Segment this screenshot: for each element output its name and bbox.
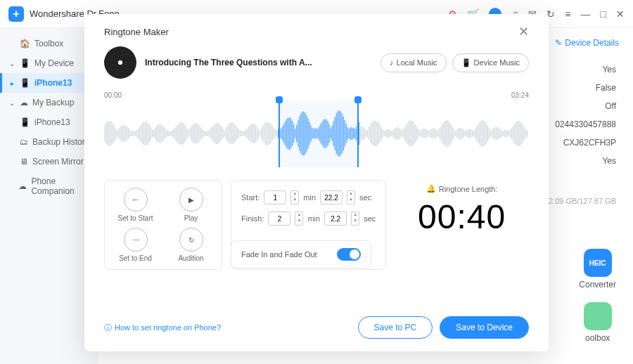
end-flag-icon: ⟞	[124, 228, 148, 252]
finish-sec-input[interactable]	[324, 212, 347, 226]
toolbox-icon	[584, 302, 612, 330]
sidebar-item-screenmirror[interactable]: 🖥 Screen Mirror	[0, 152, 98, 171]
save-to-device-button[interactable]: Save to Device	[440, 316, 529, 339]
finish-min-stepper[interactable]: ▲▼	[295, 212, 303, 226]
fade-label: Fade In and Fade Out	[241, 250, 317, 259]
finish-sec-stepper[interactable]: ▲▼	[351, 212, 359, 226]
sidebar: 🏠 Toolbox ⌄📱 My Device ▸📱 iPhone13 ⌄☁ My…	[0, 28, 98, 364]
maximize-icon[interactable]: □	[601, 8, 606, 20]
audition-button[interactable]: ↻Audition	[170, 228, 212, 262]
length-panel: 🔔 Ringtone Length: 00:40	[395, 180, 529, 270]
sidebar-item-phonecompanion[interactable]: ☁ Phone Companion	[0, 171, 98, 201]
start-sec-input[interactable]	[320, 190, 343, 204]
bell-icon: 🔔	[426, 184, 436, 193]
waveform[interactable]	[104, 100, 529, 167]
fade-panel: Fade In and Fade Out	[231, 240, 371, 268]
audition-icon: ↻	[179, 228, 203, 252]
device-music-button[interactable]: 📱 Device Music	[452, 53, 529, 72]
sidebar-item-mydevice[interactable]: ⌄📱 My Device	[0, 53, 98, 73]
device-details-link[interactable]: ✎ Device Details	[555, 38, 619, 48]
ringtone-modal: Ringtone Maker ✕ Introducing The Three Q…	[84, 14, 549, 351]
set-to-end-button[interactable]: ⟞Set to End	[115, 228, 156, 262]
finish-label: Finish:	[241, 214, 264, 223]
set-to-start-button[interactable]: ⟜Set to Start	[115, 188, 156, 222]
minimize-icon[interactable]: —	[581, 8, 591, 20]
start-min-stepper[interactable]: ▲▼	[290, 190, 299, 204]
app-logo: +	[8, 6, 24, 22]
storage-text: 32.09 GB/127.87 GB	[544, 197, 616, 205]
heic-icon: HEIC	[584, 249, 612, 277]
help-link[interactable]: ⓘ How to set ringtone on Phone?	[104, 323, 221, 333]
save-to-pc-button[interactable]: Save to PC	[358, 316, 433, 339]
action-panel: ⟜Set to Start ▶Play ⟞Set to End ↻Auditio…	[104, 180, 222, 270]
sidebar-item-backup-history[interactable]: 🗂 Backup History	[0, 132, 98, 152]
start-sec-stepper[interactable]: ▲▼	[347, 190, 355, 204]
selection-range[interactable]	[279, 100, 359, 167]
start-flag-icon: ⟜	[124, 188, 148, 212]
track-title: Introducing The Three Questions with A..…	[145, 58, 312, 67]
finish-min-input[interactable]	[268, 212, 290, 226]
sidebar-item-toolbox[interactable]: 🏠 Toolbox	[0, 34, 98, 53]
tool-shortcuts: HEICConverter oolbox	[579, 249, 616, 343]
start-label: Start:	[241, 193, 260, 202]
time-start: 00:00	[104, 91, 122, 99]
device-info: YesFalseOff 0244330457888CXJ62CFH3PYes	[555, 60, 616, 170]
fade-toggle[interactable]	[337, 248, 361, 261]
sidebar-item-mybackup[interactable]: ⌄☁ My Backup	[0, 93, 98, 112]
time-end: 03:24	[511, 91, 529, 99]
close-window-icon[interactable]: ✕	[616, 8, 625, 20]
close-icon[interactable]: ✕	[518, 24, 529, 39]
start-min-input[interactable]	[264, 190, 286, 204]
tool-toolbox[interactable]: oolbox	[579, 302, 616, 343]
tool-heic-converter[interactable]: HEICConverter	[579, 249, 616, 290]
sidebar-item-backup-iphone13[interactable]: 📱 iPhone13	[0, 112, 98, 132]
list-icon[interactable]: ≡	[565, 8, 570, 20]
album-art	[104, 46, 136, 79]
play-icon: ▶	[179, 188, 203, 212]
ringtone-length-value: 00:40	[418, 197, 506, 236]
modal-title: Ringtone Maker	[104, 27, 169, 37]
sidebar-item-iphone13[interactable]: ▸📱 iPhone13	[0, 73, 98, 93]
play-button[interactable]: ▶Play	[170, 188, 212, 222]
local-music-button[interactable]: ♪ Local Music	[381, 53, 447, 72]
